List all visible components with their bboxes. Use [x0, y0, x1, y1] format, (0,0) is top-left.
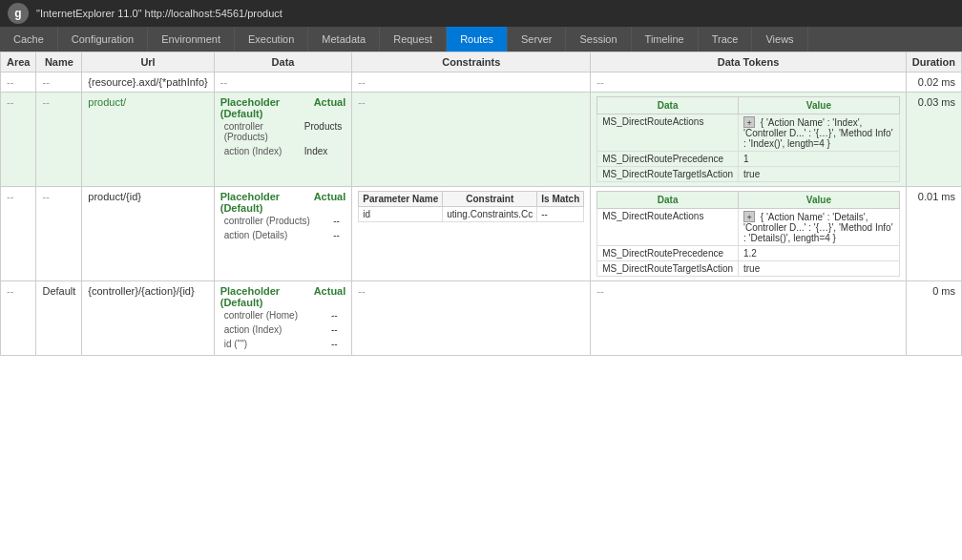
placeholder-row: action (Details) -- [220, 228, 346, 242]
logo-icon: g [8, 3, 29, 24]
table-row: -- -- {resource}.axd/{*pathInfo} -- -- -… [1, 73, 962, 93]
name-3: -- [36, 187, 82, 281]
token-row: MS_DirectRouteActions + { 'Action Name' … [597, 114, 899, 152]
table-row: -- -- product/ Placeholder (Default) Act… [1, 93, 962, 187]
title-bar: g "InternetExplorer 11.0" http://localho… [0, 0, 962, 27]
tokens-value-header: Value [739, 97, 900, 114]
placeholder-row: controller (Products) Products [220, 119, 346, 144]
tab-views[interactable]: Views [752, 27, 807, 52]
placeholder-row: controller (Home) -- [220, 308, 346, 322]
placeholder-key: controller (Home) [220, 308, 327, 322]
data-4: Placeholder (Default) Actual controller … [214, 281, 352, 356]
constraint-row: id uting.Constraints.Cc -- [359, 207, 584, 222]
col-name: Name [36, 52, 82, 73]
tab-configuration[interactable]: Configuration [58, 27, 148, 52]
url-3: product/{id} [82, 187, 214, 281]
tab-server[interactable]: Server [508, 27, 566, 52]
token-data: MS_DirectRouteActions [597, 114, 739, 152]
token-data: MS_DirectRoutePrecedence [597, 246, 739, 261]
area-1: -- [1, 73, 36, 93]
constraint-value: uting.Constraints.Cc [443, 207, 537, 222]
tab-execution[interactable]: Execution [235, 27, 308, 52]
actual-header-2: Actual [314, 96, 346, 119]
placeholder-value: -- [327, 322, 345, 337]
tokens-data-header: Data [597, 192, 739, 209]
placeholder-key: action (Details) [220, 228, 329, 242]
constraint-ismatch-header: Is Match [537, 192, 584, 207]
tab-routes[interactable]: Routes [447, 27, 508, 52]
expand-icon[interactable]: + [743, 211, 755, 222]
token-row: MS_DirectRouteActions + { 'Action Name' … [597, 209, 899, 246]
placeholder-key: action (Index) [220, 144, 301, 158]
constraint-param-header: Parameter Name [359, 192, 443, 207]
tab-request[interactable]: Request [380, 27, 447, 52]
duration-3: 0.01 ms [906, 187, 961, 281]
token-value: + { 'Action Name' : 'Details', 'Controll… [739, 209, 900, 246]
area-2: -- [1, 93, 36, 187]
placeholder-value: -- [329, 214, 345, 228]
placeholder-key: controller (Products) [220, 214, 329, 228]
name-1: -- [36, 73, 82, 93]
expand-icon[interactable]: + [743, 116, 755, 128]
token-data: MS_DirectRoutePrecedence [597, 152, 739, 167]
token-row: MS_DirectRouteTargetIsAction true [597, 261, 899, 277]
tab-cache[interactable]: Cache [0, 27, 58, 52]
placeholder-row: controller (Products) -- [220, 214, 346, 228]
placeholder-value: Products [301, 119, 345, 144]
table-row: -- -- product/{id} Placeholder (Default)… [1, 187, 962, 281]
datatokens-4: -- [591, 281, 906, 356]
col-duration: Duration [906, 52, 961, 73]
placeholder-value: -- [329, 228, 345, 242]
placeholder-row: action (Index) Index [220, 144, 346, 158]
data-2: Placeholder (Default) Actual controller … [214, 93, 352, 187]
url-4: {controller}/{action}/{id} [82, 281, 214, 356]
placeholder-row: id ("") -- [220, 337, 346, 351]
token-row: MS_DirectRouteTargetIsAction true [597, 167, 899, 182]
token-value: 1 [739, 152, 900, 167]
duration-4: 0 ms [906, 281, 961, 356]
tokens-data-header: Data [597, 97, 739, 114]
datatokens-3: Data Value MS_DirectRouteActions + { 'Ac… [591, 187, 906, 281]
constraints-4: -- [352, 281, 591, 356]
tab-session[interactable]: Session [566, 27, 631, 52]
placeholder-row: action (Index) -- [220, 322, 346, 337]
col-constraints: Constraints [352, 52, 591, 73]
data-1: -- [214, 73, 352, 93]
tab-metadata[interactable]: Metadata [308, 27, 380, 52]
token-data: MS_DirectRouteActions [597, 209, 739, 246]
token-row: MS_DirectRoutePrecedence 1.2 [597, 246, 899, 261]
token-data: MS_DirectRouteTargetIsAction [597, 167, 739, 182]
placeholder-value: -- [327, 337, 345, 351]
token-row: MS_DirectRoutePrecedence 1 [597, 152, 899, 167]
datatokens-2: Data Value MS_DirectRouteActions + { 'Ac… [591, 93, 906, 187]
routes-table: Area Name Url Data Constraints Data Toke… [0, 52, 962, 356]
name-2: -- [36, 93, 82, 187]
tab-environment[interactable]: Environment [148, 27, 235, 52]
token-value: + { 'Action Name' : 'Index', 'Controller… [739, 114, 900, 152]
tab-trace[interactable]: Trace [699, 27, 753, 52]
duration-2: 0.03 ms [906, 93, 961, 187]
placeholder-header-3: Placeholder (Default) [220, 191, 295, 214]
tab-timeline[interactable]: Timeline [632, 27, 699, 52]
placeholder-value: -- [327, 308, 345, 322]
data-3: Placeholder (Default) Actual controller … [214, 187, 352, 281]
constraint-param: id [359, 207, 443, 222]
col-data: Data [214, 52, 352, 73]
token-value: true [739, 261, 900, 277]
constraints-3: Parameter Name Constraint Is Match id ut… [352, 187, 591, 281]
datatokens-1: -- [591, 73, 906, 93]
actual-header-3: Actual [314, 191, 346, 214]
token-value: true [739, 167, 900, 182]
col-datatokens: Data Tokens [591, 52, 906, 73]
constraints-1: -- [352, 73, 591, 93]
constraint-ismatch: -- [537, 207, 584, 222]
table-row: -- Default {controller}/{action}/{id} Pl… [1, 281, 962, 356]
constraints-2: -- [352, 93, 591, 187]
area-4: -- [1, 281, 36, 356]
placeholder-header-2: Placeholder (Default) [220, 96, 295, 119]
col-area: Area [1, 52, 36, 73]
token-data: MS_DirectRouteTargetIsAction [597, 261, 739, 277]
constraint-constraint-header: Constraint [443, 192, 537, 207]
placeholder-key: controller (Products) [220, 119, 301, 144]
placeholder-key: id ("") [220, 337, 327, 351]
